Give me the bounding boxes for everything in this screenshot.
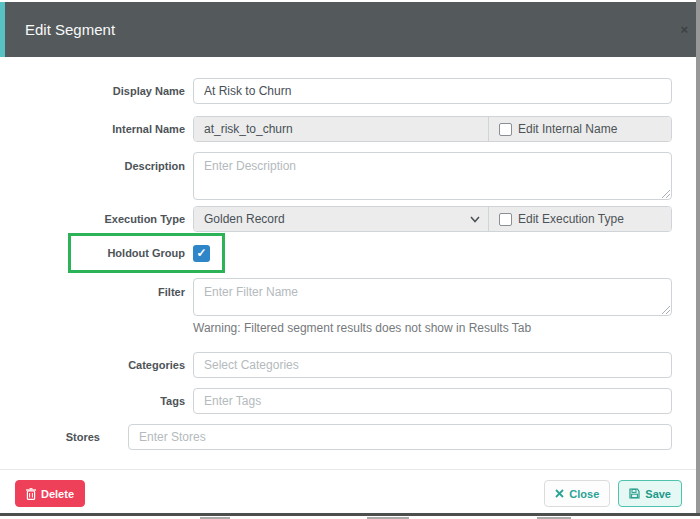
modal-footer: Delete Close Save	[0, 469, 700, 507]
internal-name-row: Internal Name Edit Internal Name	[15, 116, 672, 142]
filter-textarea[interactable]	[193, 278, 672, 316]
edit-internal-name-checkbox[interactable]	[499, 123, 512, 136]
save-button[interactable]: Save	[618, 480, 682, 507]
tags-label: Tags	[15, 395, 185, 408]
save-button-label: Save	[645, 488, 671, 500]
close-button-label: Close	[569, 488, 599, 500]
execution-type-select: Golden Record	[194, 207, 488, 231]
close-icon[interactable]: ×	[680, 22, 688, 37]
filter-row: Filter	[15, 278, 672, 316]
modal-title: Edit Segment	[5, 21, 115, 38]
filter-label: Filter	[15, 278, 185, 299]
edit-execution-type-checkbox[interactable]	[499, 213, 512, 226]
display-name-label: Display Name	[15, 85, 185, 98]
holdout-group-checkbox[interactable]	[193, 245, 210, 262]
close-button[interactable]: Close	[544, 480, 610, 507]
delete-button[interactable]: Delete	[15, 480, 85, 507]
internal-name-label: Internal Name	[15, 123, 185, 136]
edit-internal-name-label: Edit Internal Name	[518, 122, 617, 136]
holdout-group-label: Holdout Group	[15, 247, 185, 260]
internal-name-input	[194, 117, 488, 141]
description-textarea[interactable]	[193, 152, 672, 200]
categories-row: Categories	[15, 352, 672, 378]
window-edge	[696, 0, 700, 513]
description-label: Description	[15, 152, 185, 173]
tags-row: Tags	[15, 388, 672, 414]
background-page-edge	[0, 513, 700, 516]
display-name-input[interactable]	[193, 78, 672, 104]
execution-type-row: Execution Type Golden Record Edit Execut…	[15, 206, 672, 232]
stores-input[interactable]	[128, 424, 672, 450]
save-icon	[629, 488, 640, 499]
resize-handle-icon[interactable]	[661, 189, 670, 198]
filter-warning-text: Warning: Filtered segment results does n…	[193, 322, 672, 334]
tags-input[interactable]	[193, 388, 672, 414]
edit-execution-type-label: Edit Execution Type	[518, 212, 624, 226]
categories-input[interactable]	[193, 352, 672, 378]
categories-label: Categories	[15, 359, 185, 372]
chevron-down-icon	[470, 216, 480, 223]
execution-type-value: Golden Record	[204, 212, 285, 226]
edit-segment-modal: Edit Segment × Display Name Internal Nam…	[0, 0, 700, 519]
stores-label: Stores	[15, 431, 100, 444]
resize-handle-icon[interactable]	[661, 305, 670, 314]
stores-row: Stores	[15, 424, 672, 450]
trash-icon	[26, 488, 36, 500]
modal-header: Edit Segment ×	[0, 2, 700, 57]
execution-type-label: Execution Type	[15, 213, 185, 226]
delete-button-label: Delete	[41, 488, 74, 500]
display-name-row: Display Name	[15, 78, 672, 104]
edit-execution-type-addon: Edit Execution Type	[488, 207, 671, 231]
edit-internal-name-addon: Edit Internal Name	[488, 117, 671, 141]
holdout-group-row: Holdout Group	[15, 233, 672, 273]
description-row: Description	[15, 152, 672, 200]
x-icon	[555, 489, 564, 498]
